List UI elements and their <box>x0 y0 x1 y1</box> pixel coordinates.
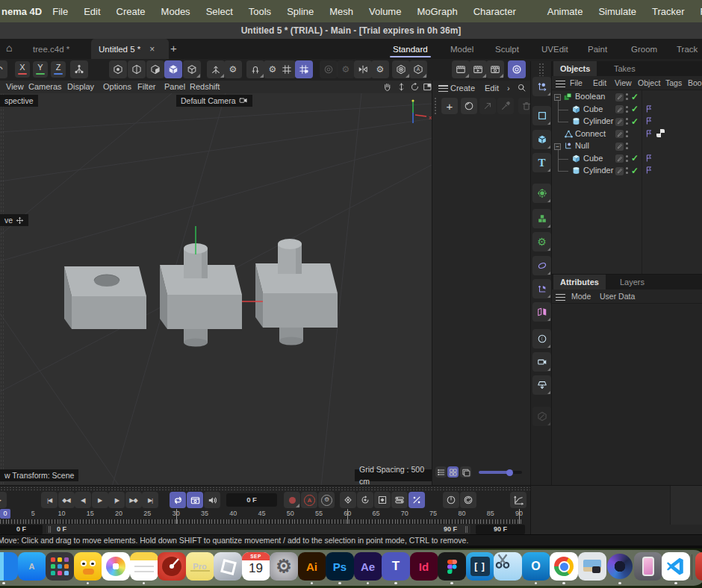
generator-icon[interactable]: ⚙ <box>532 232 551 251</box>
camera-object-icon[interactable] <box>532 352 551 372</box>
key-position-button[interactable] <box>340 492 356 508</box>
object-manager-tab-takes[interactable]: Takes <box>607 61 642 76</box>
model-mode-button[interactable] <box>164 60 182 78</box>
close-tab-icon[interactable]: × <box>149 44 155 54</box>
viewport-left-handle[interactable] <box>0 93 4 487</box>
attribute-menu-mode[interactable]: Mode <box>571 290 591 303</box>
goto-start-button[interactable]: |◀ <box>41 492 58 508</box>
menubar-item-mograph[interactable]: MoGraph <box>417 6 457 17</box>
current-frame-field[interactable]: 0 F <box>226 493 277 507</box>
enabled-check-icon[interactable]: ✓ <box>631 92 639 102</box>
enabled-check-icon[interactable]: ✓ <box>631 116 639 127</box>
dock-icon-brackets[interactable]: [ ] <box>466 552 494 581</box>
key-off-button[interactable] <box>409 492 425 508</box>
visibility-dots[interactable] <box>626 167 628 175</box>
menubar-item-tracker[interactable]: Tracker <box>652 6 685 17</box>
frame-start-field[interactable]: 0 F <box>0 525 43 534</box>
material-menu-more[interactable]: › <box>507 81 510 96</box>
dock-icon-after-effects[interactable]: Ae <box>354 552 382 581</box>
object-menu-edit[interactable]: Edit <box>593 76 606 90</box>
edit-pencil-icon[interactable] <box>615 130 624 138</box>
add-material-button[interactable]: + <box>441 98 458 114</box>
render-settings-button[interactable] <box>486 60 504 78</box>
redshift-renderer-button[interactable] <box>508 60 526 78</box>
range-right-grip[interactable] <box>465 526 468 533</box>
key-parameter-button[interactable] <box>391 492 408 508</box>
dock-icon-notes[interactable] <box>130 552 158 581</box>
frame-end-field[interactable]: 90 F <box>476 525 525 534</box>
grid-view-button[interactable] <box>447 466 459 478</box>
viewport-menu-view[interactable]: View <box>6 81 24 93</box>
spline-rectangle-icon[interactable] <box>532 106 551 125</box>
dock-icon-vscode[interactable] <box>662 552 690 581</box>
object-name[interactable]: Boolean <box>575 92 605 101</box>
phong-tag-icon[interactable] <box>644 116 653 125</box>
visibility-dots[interactable] <box>626 106 628 113</box>
timeline-curves-button[interactable] <box>510 492 526 508</box>
attribute-tab-attributes[interactable]: Attributes <box>553 275 606 290</box>
key-scale-button[interactable] <box>374 492 391 508</box>
hamburger-icon[interactable] <box>556 80 565 89</box>
viewport-menu-cameras[interactable]: Cameras <box>28 81 62 93</box>
dock-icon-settings[interactable]: ⚙ <box>270 552 298 581</box>
viewport-menu-panel[interactable]: Panel <box>164 81 185 93</box>
menubar-item-modes[interactable]: Modes <box>161 6 190 17</box>
dock-icon-finder[interactable] <box>0 552 18 581</box>
viewport-menu-options[interactable]: Options <box>103 81 131 93</box>
deformer-icon[interactable] <box>532 256 551 275</box>
document-tab[interactable]: tree.c4d * <box>25 39 91 59</box>
object-name[interactable]: Null <box>575 141 589 150</box>
dock-icon-scissors[interactable] <box>494 552 522 581</box>
object-name[interactable]: Cylinder <box>583 166 613 175</box>
dock-icon-app-store[interactable]: A <box>18 552 46 581</box>
goto-end-button[interactable]: ▶| <box>142 492 158 508</box>
dock-icon-cyberduck[interactable] <box>74 552 102 581</box>
new-tab-button[interactable]: + <box>170 42 177 54</box>
object-name[interactable]: Cube <box>583 104 603 113</box>
phong-tag-icon[interactable] <box>644 166 653 175</box>
enabled-check-icon[interactable]: ✓ <box>631 104 639 114</box>
eyedropper-button[interactable] <box>497 98 514 114</box>
tree-row-null[interactable]: −Null <box>552 140 702 153</box>
dock-icon-gauge[interactable] <box>158 552 186 581</box>
key-rotation-button[interactable] <box>357 492 373 508</box>
dock-icon-illustrator[interactable]: Ai <box>298 552 326 581</box>
phong-tag-icon[interactable] <box>644 154 653 163</box>
environment-icon[interactable] <box>532 329 551 348</box>
dock-icon-teams[interactable]: T <box>382 552 410 581</box>
document-tab[interactable]: Untitled 5 *× <box>91 39 169 59</box>
viewport-view-label[interactable]: spective <box>0 95 38 107</box>
object-manager-tab-objects[interactable]: Objects <box>553 61 597 76</box>
dock-icon-figma[interactable] <box>438 552 466 581</box>
viewport-menu-display[interactable]: Display <box>67 81 94 93</box>
layout-tab-track[interactable]: Track <box>677 39 698 59</box>
axis-lock-x[interactable]: X <box>15 61 30 78</box>
menubar-item-create[interactable]: Create <box>117 6 146 17</box>
text-object-icon[interactable]: T <box>532 153 551 172</box>
symmetry-button[interactable] <box>354 60 372 78</box>
material-drag-handle[interactable] <box>434 97 438 115</box>
home-icon[interactable]: ⌂ <box>6 42 12 54</box>
record-film-button[interactable] <box>187 492 203 508</box>
tree-row-connect[interactable]: Connect <box>552 128 702 141</box>
undo-button[interactable]: ↶ <box>0 60 7 78</box>
axis-lock-z[interactable]: Z <box>51 61 66 78</box>
timeline-expand-button[interactable]: ▶ <box>0 492 7 508</box>
menubar-item-file[interactable]: File <box>52 6 68 17</box>
attribute-tab-layers[interactable]: Layers <box>613 275 651 290</box>
next-key-button[interactable]: ▶◆ <box>125 492 142 508</box>
tree-row-cube[interactable]: Cube✓ <box>552 153 702 166</box>
expand-icon[interactable]: − <box>554 94 561 101</box>
view-target-options-button[interactable]: ⚙ <box>337 60 355 78</box>
object-axis-mode-button[interactable] <box>183 60 201 78</box>
hamburger-icon[interactable] <box>556 293 565 302</box>
prev-key-button[interactable]: ◆◀ <box>58 492 75 508</box>
enabled-check-icon[interactable]: ✓ <box>631 166 639 176</box>
layer-view-button[interactable] <box>460 466 471 478</box>
menubar-item-edit[interactable]: Edit <box>84 6 100 17</box>
keyframe-settings-button[interactable]: ⚙ <box>318 492 335 508</box>
dock-icon-launchpad[interactable] <box>46 552 74 581</box>
phong-tag-icon[interactable] <box>644 129 653 138</box>
prev-frame-button[interactable]: ◀| <box>75 492 91 508</box>
instance-icon[interactable] <box>532 279 551 298</box>
